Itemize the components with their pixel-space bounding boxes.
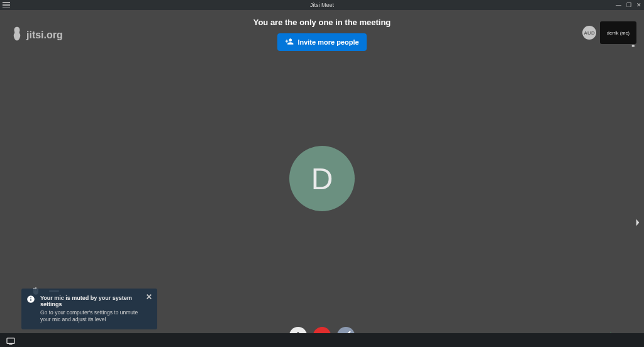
top-right-cluster: AUD derrik (me) <box>582 21 636 44</box>
minimize-button[interactable]: ― <box>616 3 621 8</box>
close-window-button[interactable]: ✕ <box>636 3 641 8</box>
invite-button-label: Invite more people <box>297 38 358 46</box>
close-notification-button[interactable] <box>146 294 152 300</box>
info-icon <box>26 295 35 304</box>
person-add-icon <box>285 37 294 47</box>
show-desktop-icon[interactable] <box>6 336 15 344</box>
avatar-letter: D <box>311 162 333 196</box>
lonely-meeting-prompt: You are the only one in the meeting Invi… <box>0 18 644 51</box>
window-titlebar: Jitsi Meet ― ❐ ✕ <box>0 0 644 10</box>
only-one-text: You are the only one in the meeting <box>253 18 391 27</box>
self-video-thumbnail[interactable]: derrik (me) <box>600 21 636 44</box>
svg-rect-0 <box>7 338 14 344</box>
window-controls: ― ❐ ✕ <box>616 0 641 10</box>
camera-off-icon <box>631 39 635 43</box>
system-taskbar <box>0 333 644 347</box>
window-title: Jitsi Meet <box>310 2 334 8</box>
maximize-button[interactable]: ❐ <box>626 3 631 8</box>
local-avatar-badge[interactable]: AUD <box>582 26 596 40</box>
avatar-initials: AUD <box>584 30 594 36</box>
meeting-area: jitsi.org You are the only one in the me… <box>0 10 644 347</box>
hamburger-menu-icon[interactable] <box>3 2 10 8</box>
dominant-speaker-avatar: D <box>289 146 355 211</box>
filmstrip-toggle-button[interactable] <box>634 216 641 229</box>
self-thumbnail-label: derrik (me) <box>607 30 630 36</box>
invite-more-button[interactable]: Invite more people <box>277 33 366 51</box>
notification-body: Go to your computer's settings to unmute… <box>40 309 140 323</box>
mic-muted-notification: Your mic is muted by your system setting… <box>21 289 157 329</box>
notification-title: Your mic is muted by your system setting… <box>40 295 140 307</box>
